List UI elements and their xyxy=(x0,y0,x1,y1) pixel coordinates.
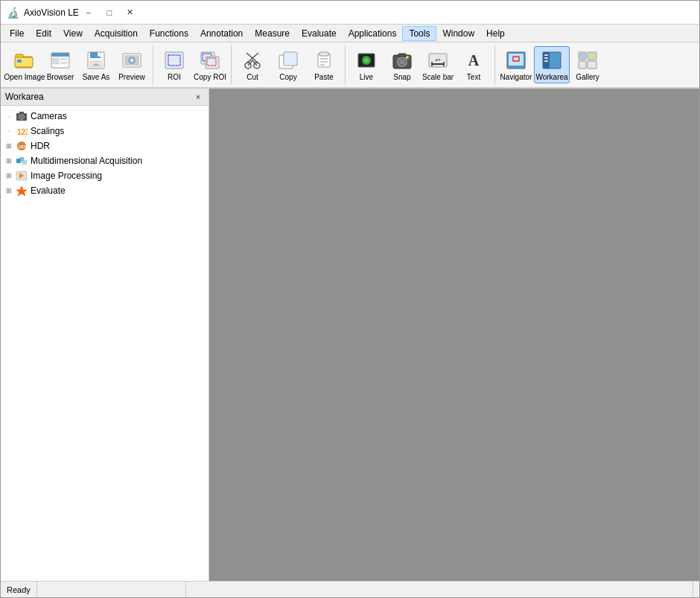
workarea-label: Workarea xyxy=(535,73,567,81)
svg-rect-3 xyxy=(17,60,22,63)
tree-expand-imgproc[interactable]: ⊞ xyxy=(4,171,14,181)
browser-icon xyxy=(49,49,71,71)
roi-label: ROI xyxy=(168,73,181,81)
svg-rect-44 xyxy=(398,54,406,57)
cut-label: Cut xyxy=(246,73,258,81)
workarea-panel: Workarea × · Cameras· 123 Scalings⊞ HDR … xyxy=(1,89,209,581)
maximize-button[interactable]: □ xyxy=(100,5,119,20)
svg-rect-53 xyxy=(509,54,524,66)
svg-text:µm: µm xyxy=(435,57,440,62)
status-segment-3 xyxy=(186,582,693,597)
tree-icon-scalings: 123 xyxy=(16,125,28,137)
copy-roi-label: Copy ROI xyxy=(194,73,226,81)
tree-label-imgproc: Image Processing xyxy=(31,171,102,181)
svg-rect-75 xyxy=(22,160,27,165)
tree-expand-cameras[interactable]: · xyxy=(4,111,14,121)
toolbar-group-capture-group: Live Snap µm Scale bar A Text xyxy=(346,45,495,85)
minimize-button[interactable]: − xyxy=(79,5,98,20)
tool-btn-gallery[interactable]: Gallery xyxy=(570,46,605,83)
tool-btn-text[interactable]: A Text xyxy=(456,46,491,83)
tool-btn-save-as[interactable]: disk Save As xyxy=(78,46,114,83)
navigator-icon xyxy=(505,49,527,71)
status-bar: Ready xyxy=(1,581,699,597)
tree-item-multidim[interactable]: ⊞ Multidimensional Acquisition xyxy=(1,153,209,168)
content-area xyxy=(209,89,699,581)
tool-btn-snap[interactable]: Snap xyxy=(384,46,420,83)
tree-label-multidim: Multidimensional Acquisition xyxy=(31,156,142,166)
menu-item-measure[interactable]: Measure xyxy=(249,27,296,40)
tree-icon-evaluate xyxy=(16,185,28,197)
tree-item-evaluate[interactable]: ⊞ Evaluate xyxy=(1,183,209,198)
tool-btn-navigator[interactable]: Navigator xyxy=(498,46,534,83)
svg-marker-78 xyxy=(16,186,27,196)
live-icon xyxy=(355,49,378,71)
copy-label: Copy xyxy=(279,73,296,81)
open-image-icon xyxy=(13,49,36,71)
menu-item-tools[interactable]: Tools xyxy=(402,26,436,41)
live-label: Live xyxy=(360,73,373,81)
tool-btn-browser[interactable]: Browser xyxy=(42,46,78,83)
tree-expand-evaluate[interactable]: ⊞ xyxy=(4,185,14,196)
tool-btn-paste[interactable]: Paste xyxy=(306,46,342,83)
tool-btn-copy[interactable]: Copy xyxy=(270,46,306,83)
tree-item-imgproc[interactable]: ⊞ Image Processing xyxy=(1,168,209,183)
tool-btn-open-image[interactable]: Open Image xyxy=(7,46,42,83)
menu-item-acquisition[interactable]: Acquisition xyxy=(89,27,144,40)
status-text: Ready xyxy=(7,582,37,597)
tree-expand-multidim[interactable]: ⊞ xyxy=(4,156,14,166)
tree-expand-hdr[interactable]: ⊞ xyxy=(4,141,14,151)
tree-item-hdr[interactable]: ⊞ HDR HDR xyxy=(1,139,209,153)
status-segment-2 xyxy=(37,582,186,597)
svg-rect-64 xyxy=(579,53,585,59)
workarea-close-button[interactable]: × xyxy=(192,91,204,103)
cut-icon xyxy=(241,49,264,71)
menu-item-functions[interactable]: Functions xyxy=(144,27,194,40)
svg-text:A: A xyxy=(468,52,480,69)
tree-icon-cameras xyxy=(16,110,28,122)
menu-item-help[interactable]: Help xyxy=(480,27,511,40)
tool-btn-roi[interactable]: ROI xyxy=(156,46,192,83)
menu-item-evaluate[interactable]: Evaluate xyxy=(296,27,343,40)
menu-item-file[interactable]: File xyxy=(4,27,30,40)
svg-rect-6 xyxy=(53,58,59,64)
menu-item-edit[interactable]: Edit xyxy=(30,27,57,40)
svg-rect-63 xyxy=(588,61,596,69)
svg-rect-5 xyxy=(51,53,69,57)
menu-item-view[interactable]: View xyxy=(57,27,89,40)
tool-btn-preview[interactable]: Preview xyxy=(114,46,150,83)
menu-item-window[interactable]: Window xyxy=(436,27,480,40)
toolbar: Open Image Browser disk Save As Preview xyxy=(1,42,699,89)
tool-btn-copy-roi[interactable]: Copy ROI xyxy=(192,46,228,83)
tree-label-cameras: Cameras xyxy=(31,111,67,121)
svg-rect-59 xyxy=(544,60,548,62)
tree-item-cameras[interactable]: · Cameras xyxy=(1,109,209,124)
toolbar-group-view-group: Navigator Workarea Gallery xyxy=(495,45,608,85)
svg-rect-69 xyxy=(19,112,24,114)
tool-btn-cut[interactable]: Cut xyxy=(235,46,270,83)
svg-point-40 xyxy=(364,58,369,63)
preview-label: Preview xyxy=(118,73,145,81)
tree-icon-imgproc xyxy=(16,170,28,182)
workarea-tree: · Cameras· 123 Scalings⊞ HDR HDR⊞ Multid… xyxy=(1,106,209,581)
svg-rect-34 xyxy=(319,52,328,56)
menu-item-applications[interactable]: Applications xyxy=(343,27,403,40)
workarea-header: Workarea × xyxy=(1,89,209,106)
svg-rect-32 xyxy=(284,53,296,65)
tree-expand-scalings[interactable]: · xyxy=(4,126,14,136)
tool-btn-live[interactable]: Live xyxy=(349,46,384,83)
svg-rect-11 xyxy=(98,52,101,57)
tool-btn-workarea[interactable]: Workarea xyxy=(534,46,570,83)
toolbar-group-roi-group: ROI Copy ROI xyxy=(153,45,232,85)
app-title: AxioVision LE xyxy=(24,7,79,18)
toolbar-group-file-group: Open Image Browser disk Save As Preview xyxy=(4,45,153,85)
tree-label-scalings: Scalings xyxy=(31,126,64,136)
tree-item-scalings[interactable]: · 123 Scalings xyxy=(1,124,209,139)
svg-rect-35 xyxy=(320,58,328,60)
roi-icon xyxy=(163,49,185,71)
svg-rect-65 xyxy=(588,53,596,59)
close-button[interactable]: ✕ xyxy=(121,5,140,20)
snap-label: Snap xyxy=(393,73,410,81)
menu-item-annotation[interactable]: Annotation xyxy=(194,27,249,40)
svg-point-43 xyxy=(399,59,405,65)
tool-btn-scalebar[interactable]: µm Scale bar xyxy=(420,46,456,83)
